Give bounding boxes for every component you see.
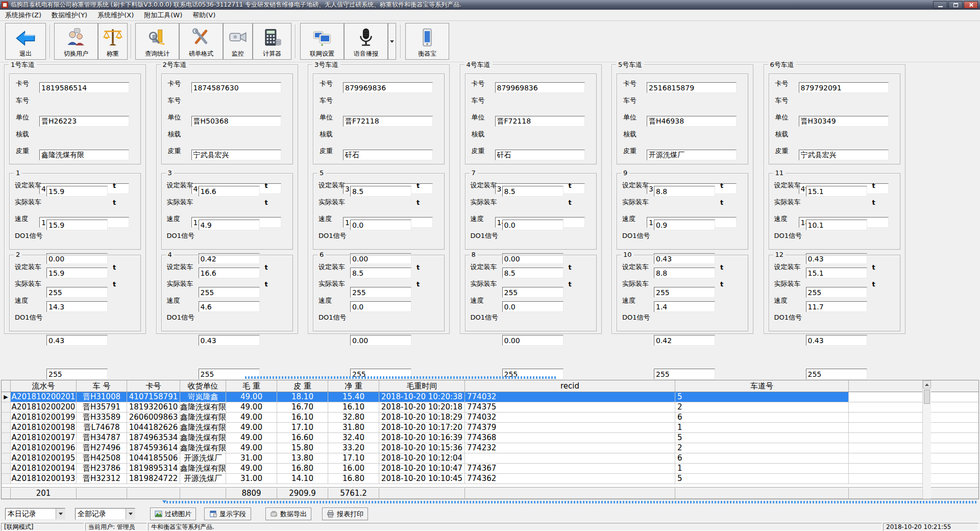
row-indicator [2,423,11,432]
monitor-button[interactable]: 监控 [223,23,253,60]
report-print-button[interactable]: 报表打印 [322,508,368,520]
network-settings-button[interactable]: 联网设置 [300,23,344,60]
set-load-label: 设定装车 [471,181,497,190]
record-filter-select[interactable]: 全部记录 [75,508,135,520]
table-row[interactable]: ▶A201810200201晋H310084107158791岢岚隆鑫49.00… [2,392,978,402]
do1-signal-input[interactable] [806,369,867,379]
ton-unit-label: t [265,182,268,189]
hopper-number: 7 [470,169,478,177]
set-load-input[interactable] [654,186,715,197]
switch-user-button[interactable]: 切换用户 [54,23,98,60]
tare-label: 皮重 [775,147,789,156]
table-row[interactable]: A201810200193晋H323121819824722开源洗煤厂31.00… [2,474,978,484]
speed-input[interactable] [806,335,867,346]
minimize-button[interactable] [933,1,947,9]
fields-window-icon [209,510,217,518]
set-load-input[interactable] [350,186,411,197]
weigh-photo-button[interactable]: 过磅图片 [150,508,196,520]
speed-input[interactable] [654,335,715,346]
card-number-input[interactable] [343,82,433,93]
speed-input[interactable] [502,335,564,346]
speed-input[interactable] [46,335,108,346]
table-row[interactable]: A201810200199晋H335892606009863鑫隆洗煤有限49.0… [2,413,978,423]
show-fields-button[interactable]: 显示字段 [204,508,251,520]
set-load-input[interactable] [199,186,260,197]
summary-cell: 201 [11,488,77,498]
table-row[interactable]: A201810200194晋H237861819895314鑫隆洗煤有限49.0… [2,464,978,474]
calculator-button[interactable]: 计算器 [253,23,291,60]
menu-data-maintenance[interactable]: 数据维护(Y) [46,10,92,21]
table-row[interactable]: A201810200196晋H274961874593614鑫隆洗煤有限49.0… [2,443,978,453]
speed-input[interactable] [350,335,411,346]
export-disk-icon [270,510,278,518]
hopper-number: 11 [773,169,786,177]
record-range-select[interactable]: 本日记录 [5,508,65,520]
summary-cell: 2909.9 [277,488,328,498]
voice-broadcast-dropdown[interactable] [388,23,396,60]
hopper-panel: 2 设定装车t 实际装车t 速度 DO1信号 [9,255,141,331]
card-number-input[interactable] [495,82,585,93]
grid-cell: 2018-10-20 10:16:39 [379,433,465,443]
table-row[interactable]: A201810200197晋H347871874963534鑫隆洗煤有限49.0… [2,433,978,443]
menu-extra-tools[interactable]: 附加工具(W) [139,10,187,21]
mobile-app-icon [416,27,438,49]
set-load-input[interactable] [350,268,411,278]
combo-arrow-button[interactable] [126,509,135,519]
set-load-input[interactable] [46,186,108,197]
voice-broadcast-button[interactable]: 语音播报 [344,23,388,60]
ticket-format-button[interactable]: 磅单格式 [179,23,223,60]
hengqibao-button[interactable]: 衡器宝 [405,23,449,60]
query-statistics-icon [146,27,168,49]
summary-row[interactable]: 20188092909.95761.2 [2,488,978,499]
table-row[interactable]: A201810200198晋L746781044182626鑫隆洗煤有限49.0… [2,423,978,433]
set-load-input[interactable] [806,186,867,197]
menu-system-operation[interactable]: 系统操作(Z) [0,10,46,21]
set-load-label: 设定装车 [622,262,649,272]
query-statistics-button[interactable]: 查询统计 [135,23,179,60]
maximize-button[interactable] [948,1,963,9]
set-load-input[interactable] [199,268,260,278]
hopper-number: 10 [621,251,634,258]
card-number-input[interactable] [191,82,281,93]
grid-cell: A201810200200 [11,402,77,412]
actual-load-label: 实际装车 [167,198,193,207]
grid-cell: A201810200196 [11,443,77,453]
combo-arrow-button[interactable] [56,509,65,519]
card-number-input[interactable] [39,82,129,93]
grid-cell: A201810200193 [11,474,77,484]
row-indicator [2,464,11,473]
set-load-input[interactable] [502,268,564,278]
set-load-label: 设定装车 [774,181,801,190]
card-number-input[interactable] [647,82,737,93]
lane-panel: 5号车道 卡号 车号 单位 核载 皮重 9 设定装车t 实际装车t 速度 DO1… [611,64,753,334]
set-load-input[interactable] [806,268,867,278]
scrollbar-thumb[interactable] [924,390,930,404]
grid-cell: 16.80 [277,464,328,473]
scroll-up-button[interactable] [923,380,931,389]
chevron-down-icon [59,513,63,515]
ton-unit-label: t [872,182,875,189]
exit-button[interactable]: 退出 [5,23,46,60]
row-indicator [2,474,11,484]
menu-system-maintenance[interactable]: 系统维护(X) [92,10,139,21]
table-row[interactable]: A201810200200晋H357911819320610鑫隆洗煤有限49.0… [2,402,978,413]
data-export-button[interactable]: 数据导出 [265,508,311,520]
grid-top-scroll-indicator[interactable] [245,376,556,379]
grid-cell: 774375 [465,402,675,412]
do1-signal-input[interactable] [654,369,715,379]
grid-bottom-scroll-indicator[interactable] [166,501,977,503]
grid-vertical-scrollbar[interactable] [922,380,931,499]
ton-unit-label: t [265,199,268,206]
set-load-input[interactable] [502,186,564,197]
set-load-input[interactable] [654,268,715,278]
speed-input[interactable] [199,335,260,346]
do1-signal-input[interactable] [46,369,108,379]
weigh-button[interactable]: 称重 [98,23,128,60]
row-indicator [2,453,11,463]
close-button[interactable] [964,1,978,9]
menu-help[interactable]: 帮助(V) [187,10,220,21]
card-number-input[interactable] [799,82,889,93]
grid-cell: 1819824722 [127,474,180,484]
table-row[interactable]: A201810200195晋H425081044185506开源洗煤厂31.00… [2,453,978,464]
set-load-input[interactable] [46,268,108,278]
